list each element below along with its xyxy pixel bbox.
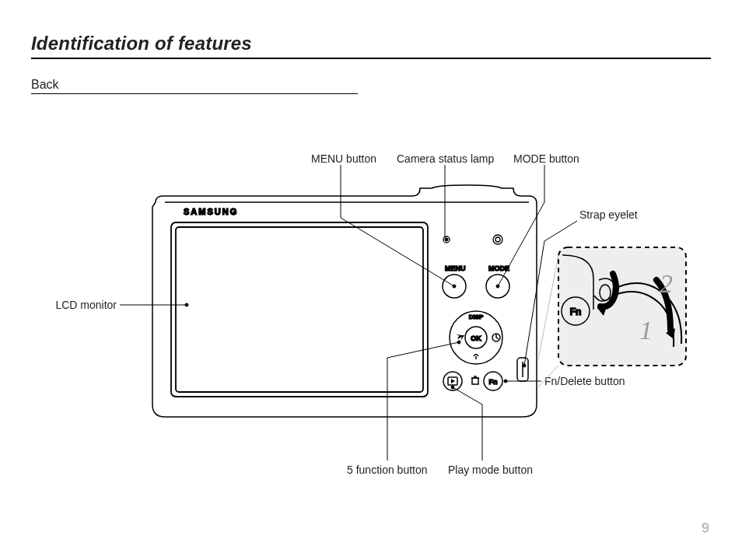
inset-step1: 1 <box>639 316 653 345</box>
camera-status-lamp-icon <box>443 235 502 244</box>
diagram: SAMSUNG MENU MODE OK DISP <box>0 0 742 560</box>
svg-line-40 <box>453 387 482 404</box>
svg-line-12 <box>496 338 499 339</box>
svg-line-42 <box>538 255 558 359</box>
svg-point-33 <box>185 303 188 306</box>
svg-rect-2 <box>176 227 423 392</box>
svg-point-35 <box>504 380 507 383</box>
lcd-monitor <box>171 222 428 397</box>
svg-point-4 <box>493 235 502 244</box>
five-function-button-icon: OK DISP <box>450 311 502 364</box>
svg-point-23 <box>453 285 456 288</box>
brand-text: SAMSUNG <box>184 207 238 216</box>
svg-point-31 <box>523 364 526 367</box>
inset: Fn 1 2 <box>558 247 686 366</box>
svg-point-41 <box>451 386 454 389</box>
strap-eyelet-icon <box>517 358 528 381</box>
ok-text: OK <box>471 334 481 342</box>
svg-rect-1 <box>171 222 428 397</box>
svg-line-30 <box>524 241 544 366</box>
inset-projection-lines <box>538 255 558 387</box>
svg-point-28 <box>496 285 499 288</box>
svg-line-22 <box>341 218 454 286</box>
svg-line-27 <box>498 202 544 286</box>
menu-mode-buttons: MENU MODE <box>443 264 509 298</box>
svg-rect-15 <box>472 378 478 384</box>
fn-text: Fn <box>489 378 498 386</box>
svg-point-25 <box>445 238 448 241</box>
svg-point-38 <box>457 341 460 344</box>
svg-point-5 <box>495 237 500 242</box>
svg-line-43 <box>538 366 558 387</box>
inset-fn-text: Fn <box>570 306 582 317</box>
menu-text: MENU <box>445 264 466 272</box>
inset-step2: 2 <box>660 269 673 298</box>
svg-line-29 <box>544 221 577 241</box>
disp-text: DISP <box>469 313 484 320</box>
